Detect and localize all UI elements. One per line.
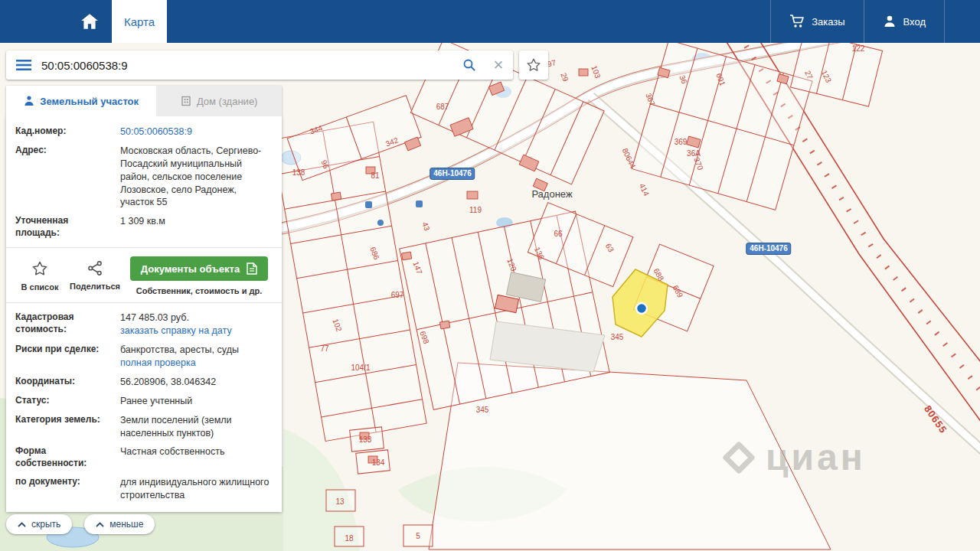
parcel-info-section-2: Кадастровая стоимость:147 485.03 руб.зак…: [6, 308, 282, 504]
share-icon: [87, 260, 103, 276]
star-icon: [31, 260, 48, 277]
person-icon: [883, 15, 897, 28]
orders-label: Заказы: [812, 16, 844, 28]
info-row: Форма собственности:Частная собственност…: [6, 442, 282, 472]
cart-icon: [789, 15, 805, 28]
less-button[interactable]: меньше: [84, 514, 155, 534]
parcel-info-panel: Земельный участок Дом (здание) Кад.номер…: [6, 86, 282, 512]
tab-land-parcel-label: Земельный участок: [40, 96, 139, 107]
hide-panel-button[interactable]: скрыть: [6, 514, 72, 534]
chevron-up-icon: [96, 522, 104, 527]
close-icon: ×: [494, 57, 504, 73]
tab-map[interactable]: Карта: [112, 0, 167, 43]
panel-body: Кад.номер:50:05:0060538:9Адрес:Московска…: [6, 116, 282, 512]
info-row: Адрес:Московская область, Сергиево-Посад…: [6, 142, 282, 212]
surveyor-icon: [24, 95, 34, 107]
field-value: 50:05:0060538:9: [120, 126, 192, 139]
tab-land-parcel[interactable]: Земельный участок: [6, 86, 156, 116]
field-label: Кад.номер:: [15, 126, 120, 139]
info-row: Риски при сделке:банкротства, аресты, су…: [6, 341, 282, 373]
field-value-link[interactable]: 50:05:0060538:9: [120, 126, 192, 137]
field-value: 1 309 кв.м: [120, 215, 165, 239]
info-row: Статус:Ранее учтенный: [6, 392, 282, 411]
field-label: Координаты:: [15, 376, 120, 389]
info-row: Уточненная площадь:1 309 кв.м: [6, 212, 282, 242]
field-link[interactable]: заказать справку на дату: [120, 325, 232, 336]
topnav-right: Заказы Вход: [770, 0, 945, 43]
add-to-list-button[interactable]: В список: [12, 256, 67, 292]
search-input[interactable]: [41, 59, 455, 72]
field-value: для индивидуального жилищного строительс…: [120, 476, 273, 502]
less-label: меньше: [109, 519, 143, 530]
info-row: Кад.номер:50:05:0060538:9: [6, 122, 282, 142]
star-icon: [526, 57, 541, 73]
search-button[interactable]: [455, 51, 484, 80]
share-label: Поделиться: [70, 282, 120, 291]
share-button[interactable]: Поделиться: [67, 256, 122, 291]
field-value: 56.208906, 38.046342: [120, 376, 216, 389]
building-icon: [181, 96, 191, 106]
info-row: Категория земель:Земли поселений (земли …: [6, 411, 282, 443]
home-button[interactable]: [67, 0, 112, 43]
field-label: Уточненная площадь:: [15, 215, 120, 239]
add-to-list-label: В список: [21, 282, 59, 292]
orders-button[interactable]: Заказы: [770, 0, 863, 43]
login-button[interactable]: Вход: [864, 0, 945, 43]
divider: [6, 302, 282, 303]
info-row: Кадастровая стоимость:147 485.03 руб.зак…: [6, 308, 282, 341]
top-navigation: Карта Заказы Вход: [0, 0, 980, 43]
field-label: Риски при сделке:: [15, 344, 120, 370]
watermark: циан: [723, 436, 866, 478]
field-label: Статус:: [15, 395, 120, 408]
panel-footer-controls: скрыть меньше: [6, 514, 155, 534]
search-icon: [462, 58, 476, 72]
field-label: Кадастровая стоимость:: [15, 311, 120, 337]
field-value: Земли поселений (земли населенных пункто…: [120, 414, 273, 440]
object-documents-label: Документы объекта: [141, 263, 240, 275]
field-value: 147 485.03 руб.заказать справку на дату: [120, 311, 232, 337]
field-label: Категория земель:: [15, 414, 120, 440]
info-row: Координаты:56.208906, 38.046342: [6, 373, 282, 392]
field-value: Ранее учтенный: [120, 395, 192, 408]
favorite-button[interactable]: [519, 51, 548, 80]
selected-parcel-marker: [636, 303, 647, 314]
field-value: банкротства, аресты, судыполная проверка: [120, 344, 239, 370]
hide-panel-label: скрыть: [31, 519, 60, 530]
field-link[interactable]: полная проверка: [120, 357, 196, 368]
hamburger-icon: [16, 59, 31, 71]
home-icon: [80, 12, 100, 31]
tab-building[interactable]: Дом (здание): [156, 86, 282, 116]
documents-block: Документы объекта Собственник, стоимость…: [122, 256, 276, 295]
search-bar: ×: [6, 51, 513, 80]
watermark-icon: [723, 442, 755, 474]
tab-building-label: Дом (здание): [197, 96, 258, 107]
field-value: Московская область, Сергиево-Посадский м…: [120, 145, 273, 209]
parcel-info-section-1: Кад.номер:50:05:0060538:9Адрес:Московска…: [6, 122, 282, 242]
chevron-up-icon: [18, 522, 26, 527]
login-label: Вход: [903, 16, 926, 28]
document-icon: [247, 262, 257, 275]
clear-search-button[interactable]: ×: [484, 51, 513, 80]
actions-row: В список Поделиться Документы объекта: [6, 253, 282, 297]
docs-subtitle: Собственник, стоимость и др.: [136, 286, 263, 295]
field-value: Частная собственность: [120, 445, 224, 469]
field-label: Форма собственности:: [15, 445, 120, 469]
info-row: по документу:для индивидуального жилищно…: [6, 473, 282, 505]
tab-map-label: Карта: [124, 15, 155, 28]
field-label: Адрес:: [15, 145, 120, 209]
menu-button[interactable]: [6, 51, 41, 80]
panel-tabs: Земельный участок Дом (здание): [6, 86, 282, 116]
divider: [6, 247, 282, 248]
object-documents-button[interactable]: Документы объекта: [130, 256, 268, 281]
field-label: по документу:: [15, 476, 120, 502]
